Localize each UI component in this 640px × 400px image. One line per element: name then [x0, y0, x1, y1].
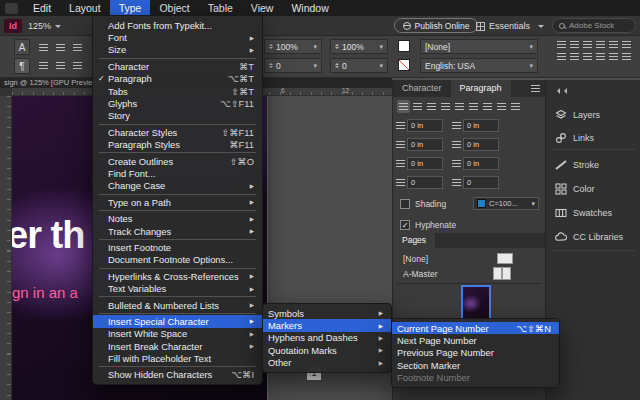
- align-icon[interactable]: [556, 40, 566, 49]
- panel-menu-icon[interactable]: [531, 80, 546, 97]
- dock-item-color[interactable]: Color: [546, 179, 640, 199]
- view-options-icon[interactable]: [76, 22, 86, 30]
- tab-pages[interactable]: Pages: [393, 233, 435, 248]
- space-after-field[interactable]: 0 in: [463, 157, 499, 170]
- align-icon[interactable]: [556, 52, 566, 61]
- zoom-level-dropdown[interactable]: 125%: [28, 19, 61, 33]
- menu-item-type-on-a-path[interactable]: Type on a Path: [93, 196, 262, 208]
- dock-item-cc-libraries[interactable]: CC Libraries: [546, 227, 640, 247]
- a-master-thumbnail-left[interactable]: [493, 267, 502, 280]
- menu-edit[interactable]: Edit: [24, 0, 60, 16]
- submenu-item-next-page-number[interactable]: Next Page Number: [392, 334, 559, 346]
- left-indent-field[interactable]: 0 in: [407, 119, 443, 132]
- menu-item-paragraph-styles[interactable]: Paragraph Styles⌘F11: [93, 139, 262, 151]
- menu-item-find-font[interactable]: Find Font...: [93, 167, 262, 179]
- menu-item-fill-placeholder-text[interactable]: Fill with Placeholder Text: [93, 352, 262, 364]
- justify-center-button[interactable]: [453, 100, 466, 113]
- menu-item-track-changes[interactable]: Track Changes: [93, 225, 262, 237]
- format-icon[interactable]: [70, 59, 84, 71]
- character-formatting-toggle[interactable]: A: [14, 39, 30, 55]
- none-master-thumbnail[interactable]: [497, 253, 513, 264]
- menu-window[interactable]: Window: [282, 0, 337, 16]
- menu-layout[interactable]: Layout: [60, 0, 110, 16]
- menu-item-paragraph[interactable]: ✓Paragraph⌥⌘T: [93, 73, 262, 85]
- right-indent-field[interactable]: 0 in: [463, 119, 499, 132]
- align-icon[interactable]: [621, 40, 631, 49]
- menu-item-story[interactable]: Story: [93, 110, 262, 122]
- justify-all-button[interactable]: [481, 100, 494, 113]
- align-away-button[interactable]: [509, 100, 522, 113]
- menu-item-insert-white-space[interactable]: Insert White Space: [93, 328, 262, 340]
- menu-item-font[interactable]: Font: [93, 31, 262, 43]
- fill-swatch[interactable]: [398, 40, 410, 52]
- menu-type[interactable]: Type: [110, 0, 151, 16]
- menu-item-tabs[interactable]: Tabs⇧⌘T: [93, 85, 262, 97]
- publish-online-button[interactable]: Publish Online: [394, 18, 478, 33]
- dock-item-swatches[interactable]: Swatches: [546, 203, 640, 223]
- language-dropdown[interactable]: English: USA: [420, 58, 538, 73]
- vertical-ruler[interactable]: [0, 96, 12, 400]
- shading-checkbox[interactable]: [400, 199, 410, 209]
- menu-view[interactable]: View: [242, 0, 283, 16]
- submenu-item-hyphens-and-dashes[interactable]: Hyphens and Dashes: [263, 332, 391, 344]
- drop-cap-chars-field[interactable]: 0: [463, 176, 499, 189]
- align-center-button[interactable]: [411, 100, 424, 113]
- last-line-indent-field[interactable]: 0 in: [463, 138, 499, 151]
- first-line-indent-field[interactable]: 0 in: [407, 138, 443, 151]
- format-icon[interactable]: [53, 59, 67, 71]
- format-icon[interactable]: [53, 41, 67, 53]
- vertical-scale-field[interactable]: 100%: [330, 39, 388, 54]
- submenu-item-current-page-number[interactable]: Current Page Number⌥⇧⌘N: [392, 322, 559, 334]
- submenu-item-quotation-marks[interactable]: Quotation Marks: [263, 344, 391, 356]
- align-icon[interactable]: [595, 52, 605, 61]
- format-icon[interactable]: [36, 41, 50, 53]
- page-1-thumbnail[interactable]: [463, 287, 489, 320]
- submenu-item-symbols[interactable]: Symbols: [263, 307, 391, 319]
- menu-item-character[interactable]: Character⌘T: [93, 60, 262, 72]
- master-none-item[interactable]: [None]: [403, 254, 428, 264]
- tab-character[interactable]: Character: [393, 80, 451, 97]
- skew-field[interactable]: 0: [330, 58, 388, 73]
- align-icon[interactable]: [582, 52, 592, 61]
- menu-item-bulleted-numbered-lists[interactable]: Bulleted & Numbered Lists: [93, 299, 262, 311]
- menu-item-insert-special-character[interactable]: Insert Special Character: [93, 315, 262, 327]
- expand-panels-icon[interactable]: [554, 88, 568, 94]
- menu-object[interactable]: Object: [150, 0, 198, 16]
- shading-color-dropdown[interactable]: C=100...: [473, 197, 539, 210]
- dock-item-stroke[interactable]: Stroke: [546, 155, 640, 175]
- drop-cap-lines-field[interactable]: 0: [407, 176, 443, 189]
- hyphenate-checkbox[interactable]: [400, 220, 410, 230]
- submenu-item-markers[interactable]: Markers: [263, 319, 391, 331]
- submenu-item-previous-page-number[interactable]: Previous Page Number: [392, 347, 559, 359]
- menu-item-insert-break-character[interactable]: Insert Break Character: [93, 340, 262, 352]
- submenu-item-other[interactable]: Other: [263, 357, 391, 369]
- menu-item-show-hidden-characters[interactable]: Show Hidden Characters⌥⌘I: [93, 369, 262, 381]
- justify-right-button[interactable]: [467, 100, 480, 113]
- adobe-stock-search[interactable]: Adobe Stock: [552, 18, 636, 33]
- align-icon[interactable]: [595, 40, 605, 49]
- align-left-button[interactable]: [397, 100, 410, 113]
- align-icon[interactable]: [608, 52, 618, 61]
- dock-item-links[interactable]: Links: [546, 128, 640, 148]
- menu-item-size[interactable]: Size: [93, 44, 262, 56]
- a-master-thumbnail-right[interactable]: [502, 267, 511, 280]
- menu-item-glyphs[interactable]: Glyphs⌥⇧F11: [93, 97, 262, 109]
- menu-item-hyperlinks[interactable]: Hyperlinks & Cross-References: [93, 270, 262, 282]
- align-icon[interactable]: [569, 52, 579, 61]
- stroke-swatch[interactable]: [398, 59, 410, 71]
- paragraph-formatting-toggle[interactable]: ¶: [14, 58, 30, 74]
- format-icon[interactable]: [70, 41, 84, 53]
- menu-item-insert-footnote[interactable]: Insert Footnote: [93, 241, 262, 253]
- menu-table[interactable]: Table: [199, 0, 242, 16]
- submenu-item-section-marker[interactable]: Section Marker: [392, 359, 559, 371]
- align-icon[interactable]: [582, 40, 592, 49]
- space-before-field[interactable]: 0 in: [407, 157, 443, 170]
- align-icon[interactable]: [621, 52, 631, 61]
- horizontal-scale-field[interactable]: 100%: [264, 39, 322, 54]
- menu-item-text-variables[interactable]: Text Variables: [93, 282, 262, 294]
- dock-item-layers[interactable]: Layers: [546, 105, 640, 125]
- character-style-dropdown[interactable]: [None]: [420, 39, 538, 54]
- a-master-item[interactable]: A-Master: [403, 269, 437, 279]
- workspace-switcher[interactable]: Essentials: [476, 19, 544, 33]
- menu-item-notes[interactable]: Notes: [93, 212, 262, 224]
